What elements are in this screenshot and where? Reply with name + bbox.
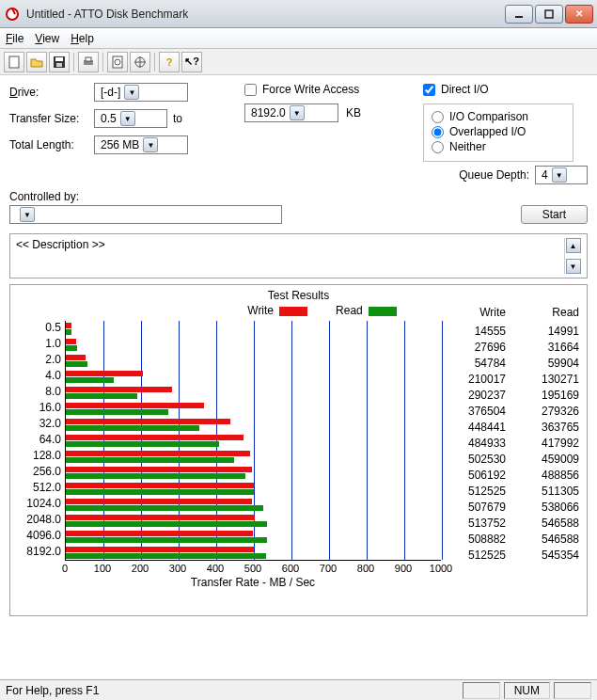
controlled-by-label: Controlled by: xyxy=(9,190,588,203)
chevron-down-icon: ▼ xyxy=(120,111,135,126)
chevron-down-icon: ▼ xyxy=(290,105,305,120)
bar-read xyxy=(66,553,266,559)
force-write-access-checkbox[interactable]: Force Write Access xyxy=(244,83,359,96)
chevron-down-icon: ▼ xyxy=(124,85,139,100)
titlebar: Untitled - ATTO Disk Benchmark ✕ xyxy=(0,0,597,28)
chevron-down-icon: ▼ xyxy=(552,167,567,183)
bar-read xyxy=(66,505,263,511)
target-icon[interactable] xyxy=(130,52,150,72)
svg-rect-3 xyxy=(9,56,19,68)
description-scrollbar[interactable]: ▲ ▼ xyxy=(564,238,581,274)
drive-label: Drive: xyxy=(9,86,94,99)
bar-read xyxy=(66,473,245,479)
open-icon[interactable] xyxy=(26,52,47,72)
close-button[interactable]: ✕ xyxy=(565,5,593,24)
y-axis-labels: 0.51.02.04.08.016.032.064.0128.0256.0512… xyxy=(18,321,65,561)
direct-io-checkbox[interactable]: Direct I/O xyxy=(423,83,489,96)
status-num: NUM xyxy=(504,682,550,699)
bar-write xyxy=(66,531,253,536)
legend-write-swatch xyxy=(279,307,307,316)
window-title: Untitled - ATTO Disk Benchmark xyxy=(26,8,505,21)
kb-label: KB xyxy=(346,106,361,119)
menu-file[interactable]: File xyxy=(6,32,24,45)
menu-help[interactable]: Help xyxy=(71,32,94,45)
menu-view[interactable]: View xyxy=(35,32,59,45)
svg-rect-2 xyxy=(545,10,553,18)
radio-neither[interactable]: Neither xyxy=(432,140,565,153)
menubar: File View Help xyxy=(0,28,597,49)
queue-depth-select[interactable]: 4▼ xyxy=(535,166,588,184)
io-mode-group: I/O Comparison Overlapped I/O Neither xyxy=(423,103,573,162)
chart-title: Test Results xyxy=(18,289,579,302)
bar-read xyxy=(66,393,137,399)
bar-read xyxy=(66,489,254,495)
bar-read xyxy=(66,377,114,383)
description-text: << Description >> xyxy=(16,238,105,274)
drive-select[interactable]: [-d-]▼ xyxy=(94,83,188,102)
statusbar: For Help, press F1 NUM xyxy=(0,679,597,700)
bar-write xyxy=(66,435,244,440)
minimize-button[interactable] xyxy=(505,5,533,24)
x-axis-label: Transfer Rate - MB / Sec xyxy=(65,576,441,589)
queue-depth-label: Queue Depth: xyxy=(459,168,529,182)
status-hint: For Help, press F1 xyxy=(6,684,99,697)
transfer-size-label: Transfer Size: xyxy=(9,112,94,125)
app-icon xyxy=(4,6,21,23)
maximize-button[interactable] xyxy=(535,5,563,24)
new-icon[interactable] xyxy=(4,52,24,72)
controlled-by-select[interactable]: ▼ xyxy=(9,205,282,224)
save-icon[interactable] xyxy=(49,52,70,72)
bar-read xyxy=(66,425,199,431)
bar-write xyxy=(66,371,143,376)
description-box[interactable]: << Description >> ▲ ▼ xyxy=(9,233,588,278)
chevron-down-icon: ▼ xyxy=(20,207,35,222)
bar-read xyxy=(66,345,77,351)
transfer-size-from-select[interactable]: 0.5▼ xyxy=(94,109,167,128)
bar-write xyxy=(66,387,172,392)
transfer-size-to-select[interactable]: 8192.0▼ xyxy=(244,103,338,122)
bar-write xyxy=(66,547,254,552)
x-axis-ticks: 01002003004005006007008009001000 xyxy=(65,561,441,576)
total-length-select[interactable]: 256 MB▼ xyxy=(94,135,188,154)
table-header: Write Read xyxy=(451,306,579,319)
chart-panel: Test Results Write Read Write Read 14555… xyxy=(9,284,588,616)
bar-write xyxy=(66,323,71,328)
chevron-down-icon: ▼ xyxy=(143,137,158,152)
bar-read xyxy=(66,409,168,415)
bar-write xyxy=(66,419,230,424)
bar-write xyxy=(66,483,254,488)
scroll-down-icon[interactable]: ▼ xyxy=(566,259,581,274)
preview-icon[interactable] xyxy=(107,52,128,72)
toolbar: ? ↖? xyxy=(0,49,597,75)
bar-write xyxy=(66,467,252,472)
radio-overlapped-io[interactable]: Overlapped I/O xyxy=(432,125,565,138)
bar-write xyxy=(66,355,86,360)
context-help-icon[interactable]: ↖? xyxy=(181,52,202,72)
chart-plot-area xyxy=(65,321,441,561)
help-icon[interactable]: ? xyxy=(159,52,180,72)
bar-write xyxy=(66,515,255,520)
to-label: to xyxy=(173,112,182,125)
bar-read xyxy=(66,329,71,335)
bar-write xyxy=(66,499,252,504)
svg-rect-6 xyxy=(56,63,62,67)
status-pane-empty xyxy=(463,682,500,699)
bar-read xyxy=(66,521,267,527)
bar-read xyxy=(66,361,87,367)
print-icon[interactable] xyxy=(78,52,99,72)
bar-read xyxy=(66,441,219,447)
radio-io-comparison[interactable]: I/O Comparison xyxy=(432,110,565,123)
legend-read-swatch xyxy=(369,307,397,316)
bar-write xyxy=(66,403,204,408)
bar-write xyxy=(66,451,250,456)
bar-read xyxy=(66,457,234,463)
start-button[interactable]: Start xyxy=(521,205,588,224)
table-body: 1455527696547842100172902373765044484414… xyxy=(451,325,579,565)
bar-write xyxy=(66,339,76,344)
total-length-label: Total Length: xyxy=(9,138,94,151)
main-panel: Drive: [-d-]▼ Transfer Size: 0.5▼ to Tot… xyxy=(0,75,597,616)
bar-read xyxy=(66,537,267,543)
svg-rect-5 xyxy=(55,57,63,61)
scroll-up-icon[interactable]: ▲ xyxy=(566,238,581,253)
svg-rect-8 xyxy=(86,57,91,61)
